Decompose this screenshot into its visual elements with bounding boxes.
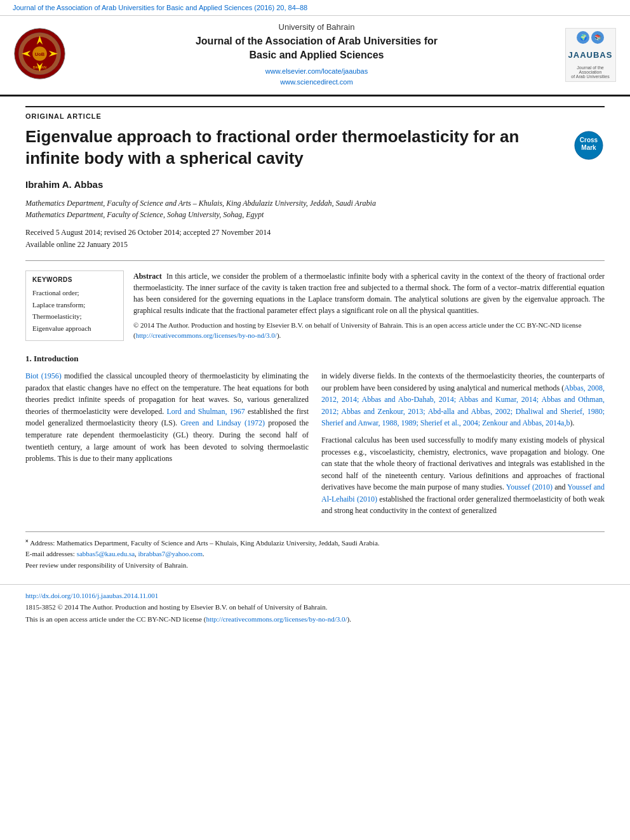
biot-ref[interactable]: Biot (1956): [25, 371, 62, 380]
affiliation-1: Mathematics Department, Faculty of Scien…: [25, 199, 376, 208]
footer-issn: 1815-3852 © 2014 The Author. Production …: [25, 601, 605, 613]
footnote-address: ⁎ Address: Mathematics Department, Facul…: [25, 536, 605, 549]
jaaubas-logo-container: 🌍 📚 JAAUBAS Journal of the Associationof…: [563, 27, 617, 84]
footnote-emails: E-mail addresses: sabbas5@kau.edu.sa, ib…: [25, 549, 605, 560]
article-type: ORIGINAL ARTICLE: [25, 106, 605, 120]
top-bar: Journal of the Association of Arab Unive…: [0, 0, 630, 16]
svg-text:Mark: Mark: [581, 144, 596, 151]
university-name: University of Bahrain: [76, 22, 557, 32]
footer-license: This is an open access article under the…: [25, 613, 605, 625]
youssef-ref[interactable]: Youssef (2010): [506, 483, 553, 491]
journal-title: Journal of the Association of Arab Unive…: [76, 34, 557, 63]
doi-link[interactable]: http://dx.doi.org/10.1016/j.jaaubas.2014…: [25, 592, 158, 599]
footer-doi: http://dx.doi.org/10.1016/j.jaaubas.2014…: [25, 590, 605, 602]
dates: Received 5 August 2014; revised 26 Octob…: [25, 227, 605, 251]
body-col-right: in widely diverse fields. In the context…: [321, 370, 605, 522]
abstract-label: Abstract: [133, 272, 162, 281]
email-link-2[interactable]: ibrabbas7@yahoo.com: [138, 550, 203, 557]
available-date: Available online 22 January 2015: [25, 240, 128, 249]
abstract-text: Abstract In this article, we consider th…: [133, 270, 605, 316]
journal-center: University of Bahrain Journal of the Ass…: [76, 22, 557, 88]
author-name: Ibrahim A. Abbas: [25, 179, 605, 190]
abstract-box: Abstract In this article, we consider th…: [133, 270, 605, 341]
svg-text:Cross: Cross: [580, 137, 598, 143]
jaubas-full: Journal of the Associationof Arab Univer…: [568, 65, 613, 79]
license-text: © 2014 The Author. Production and hostin…: [133, 320, 605, 341]
jaubas-acronym: JAAUBAS: [568, 50, 613, 60]
affiliation-2: Mathematics Department, Faculty of Scien…: [25, 210, 264, 219]
keyword-4: Eigenvalue approach: [32, 323, 117, 335]
globe-icon: 🌍: [577, 31, 589, 44]
crossmark-badge[interactable]: Cross Mark: [573, 130, 605, 161]
license-link[interactable]: http://creativecommons.org/licenses/by-n…: [136, 331, 277, 339]
journal-urls: www.elsevier.com/locate/jaaubas www.scie…: [76, 66, 557, 88]
keyword-3: Thermoelasticity;: [32, 310, 117, 323]
book-icon: 📚: [591, 31, 604, 44]
jaubas-logo-icons: 🌍 📚: [577, 31, 604, 44]
section-intro-title: 1. Introduction: [25, 354, 605, 364]
url1[interactable]: www.elsevier.com/locate/jaaubas: [265, 67, 368, 75]
url2[interactable]: www.sciencedirect.com: [280, 78, 352, 86]
body-col-left: Biot (1956) modified the classical uncou…: [25, 370, 309, 522]
article-title-row: Eigenvalue approach to fractional order …: [25, 126, 605, 170]
received-date: Received 5 August 2014; revised 26 Octob…: [25, 228, 271, 237]
main-content: ORIGINAL ARTICLE Eigenvalue approach to …: [0, 97, 630, 584]
keywords-abstract-row: KEYWORDS Fractional order; Laplace trans…: [25, 270, 605, 341]
bahrain-university-logo: UoB BAHRAIN: [13, 27, 70, 84]
divider: [25, 260, 605, 261]
article-title: Eigenvalue approach to fractional order …: [25, 126, 573, 170]
youssef-lehaibi-ref[interactable]: Youssef and Al-Lehaibi (2010): [321, 483, 605, 503]
abbas-refs[interactable]: Abbas, 2008, 2012, 2014; Abbas and Abo-D…: [321, 383, 605, 428]
abstract-body: In this article, we consider the problem…: [133, 272, 605, 315]
footer-license-link[interactable]: http://creativecommons.org/licenses/by-n…: [206, 615, 347, 623]
journal-citation: Journal of the Association of Arab Unive…: [13, 4, 307, 11]
lord-shulman-ref[interactable]: Lord and Shulman, 1967: [166, 407, 245, 416]
intro-col1-para1: Biot (1956) modified the classical uncou…: [25, 370, 309, 465]
svg-text:UoB: UoB: [35, 51, 45, 57]
jaaubas-logo: 🌍 📚 JAAUBAS Journal of the Associationof…: [565, 28, 616, 82]
footnote-area: ⁎ Address: Mathematics Department, Facul…: [25, 531, 605, 571]
keyword-1: Fractional order;: [32, 287, 117, 299]
email-link-1[interactable]: sabbas5@kau.edu.sa: [77, 550, 135, 557]
svg-text:BAHRAIN: BAHRAIN: [33, 66, 47, 69]
footnote-peer-review: Peer review under responsibility of Univ…: [25, 560, 605, 571]
keyword-2: Laplace transform;: [32, 299, 117, 311]
keywords-list: Fractional order; Laplace transform; The…: [32, 287, 117, 335]
body-columns: Biot (1956) modified the classical uncou…: [25, 370, 605, 522]
green-lindsay-ref[interactable]: Green and Lindsay (1972): [180, 418, 265, 427]
journal-header: UoB BAHRAIN University of Bahrain Journa…: [0, 16, 630, 97]
affiliations: Mathematics Department, Faculty of Scien…: [25, 197, 605, 220]
intro-col2-para2: Fractional calculus has been used succes…: [321, 434, 605, 517]
keywords-title: KEYWORDS: [32, 276, 117, 283]
intro-col2-para1: in widely diverse fields. In the context…: [321, 370, 605, 429]
page-footer: http://dx.doi.org/10.1016/j.jaaubas.2014…: [0, 584, 630, 630]
keywords-box: KEYWORDS Fractional order; Laplace trans…: [25, 270, 124, 341]
